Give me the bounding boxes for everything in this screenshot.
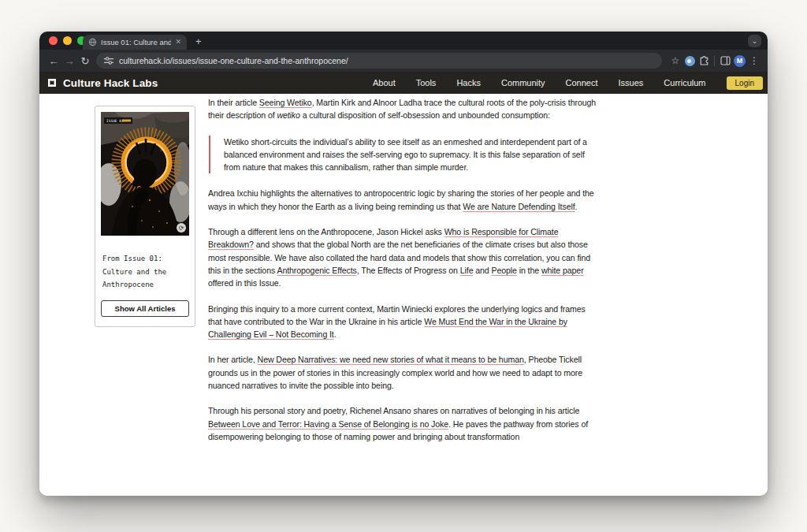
- issue-caption-line: From Issue 01:: [102, 252, 189, 266]
- article-paragraph: In their article Seeing Wetiko, Martin K…: [208, 96, 597, 122]
- site-header: Culture Hack Labs AboutToolsHacksCommuni…: [39, 72, 768, 94]
- cover-artwork: ISSUE 01 ⟳: [101, 112, 189, 236]
- nav-item-hacks[interactable]: Hacks: [456, 78, 481, 87]
- tab-title: Issue 01: Culture and the Ant: [101, 38, 171, 47]
- article-link[interactable]: Seeing Wetiko: [259, 98, 312, 107]
- browser-toolbar: ← → ↻ culturehack.io/issues/issue-one-cu…: [39, 50, 768, 72]
- article-paragraph: Bringing this inquiry to a more current …: [208, 303, 597, 341]
- nav-item-connect[interactable]: Connect: [566, 78, 598, 87]
- svg-text:⟳: ⟳: [179, 225, 184, 232]
- text-run: .: [334, 329, 337, 339]
- address-bar[interactable]: culturehack.io/issues/issue-one-culture-…: [96, 53, 662, 69]
- issue-caption: From Issue 01:Culture and theAnthropocen…: [101, 252, 189, 292]
- blue-extension-badge: [685, 56, 695, 66]
- text-run: In their article: [208, 98, 259, 107]
- issue-cover-art[interactable]: ISSUE 01 ⟳: [101, 112, 189, 236]
- new-tab-button[interactable]: +: [195, 35, 202, 49]
- site-brand-label: Culture Hack Labs: [63, 77, 158, 89]
- text-run: a cultural disposition of self-obsession…: [300, 110, 550, 120]
- article-link[interactable]: white paper: [541, 266, 584, 275]
- chevron-down-icon: ⌄: [752, 37, 758, 45]
- text-run: Through his personal story and poetry, R…: [208, 406, 579, 415]
- toolbar-divider: [714, 56, 715, 66]
- text-run: Through a different lens on the Anthropo…: [208, 227, 444, 236]
- tab-favicon-globe-icon: [88, 38, 97, 47]
- desktop-background: Issue 01: Culture and the Ant ✕ + ⌄ ← → …: [0, 0, 807, 532]
- text-run: offered in this Issue.: [208, 278, 281, 288]
- extensions-puzzle-icon[interactable]: [697, 56, 711, 66]
- article-paragraph: Through a different lens on the Anthropo…: [208, 225, 597, 289]
- url-text[interactable]: culturehack.io/issues/issue-one-culture-…: [119, 56, 348, 65]
- forward-button[interactable]: →: [61, 55, 77, 67]
- tab-search-button[interactable]: ⌄: [748, 35, 761, 47]
- pinned-extension-icon[interactable]: [682, 56, 697, 66]
- window-controls: [49, 36, 86, 45]
- show-all-articles-button[interactable]: Show All Articles: [101, 300, 189, 317]
- back-button[interactable]: ←: [46, 55, 61, 67]
- article-blockquote: Wetiko short-circuits the individual’s a…: [209, 136, 597, 174]
- article-paragraph: In her article, New Deep Narratives: we …: [208, 353, 597, 392]
- reload-button[interactable]: ↻: [77, 55, 93, 67]
- article-paragraph: Through his personal story and poetry, R…: [208, 404, 597, 443]
- nav-item-issues[interactable]: Issues: [619, 78, 644, 87]
- article-paragraph: Andrea Ixchiu highlights the alternative…: [208, 187, 597, 213]
- cover-refresh-icon[interactable]: ⟳: [177, 223, 186, 233]
- nav-item-tools[interactable]: Tools: [416, 78, 437, 87]
- side-panel-icon[interactable]: [718, 56, 732, 65]
- nav-item-community[interactable]: Community: [501, 78, 545, 87]
- site-brand[interactable]: Culture Hack Labs: [46, 77, 158, 89]
- browser-tab[interactable]: Issue 01: Culture and the Ant ✕: [83, 35, 187, 50]
- browser-window: Issue 01: Culture and the Ant ✕ + ⌄ ← → …: [39, 32, 768, 496]
- article-link[interactable]: Between Love and Terror: Having a Sense …: [208, 419, 448, 429]
- close-window-button[interactable]: [49, 36, 58, 45]
- issue-caption-line: Culture and the: [102, 266, 189, 279]
- article-link[interactable]: People: [492, 266, 517, 275]
- tab-close-icon[interactable]: ✕: [175, 39, 181, 46]
- text-run: In her article,: [208, 355, 258, 364]
- cover-badge-text: ISSUE 01: [106, 119, 124, 123]
- browser-menu-dots-icon[interactable]: ⋮: [747, 55, 761, 66]
- article-body: In their article Seeing Wetiko, Martin K…: [208, 96, 597, 456]
- culture-hack-labs-logo-icon: [46, 77, 58, 88]
- issue-card: ISSUE 01 ⟳ From Issue 01:Culture and the…: [95, 106, 195, 327]
- nav-item-curriculum[interactable]: Curriculum: [664, 78, 705, 87]
- issue-caption-line: Anthropocene: [102, 278, 189, 292]
- site-nav: AboutToolsHacksCommunityConnectIssuesCur…: [373, 78, 706, 87]
- minimize-window-button[interactable]: [63, 36, 72, 45]
- text-run: , The Effects of Progress on: [357, 266, 460, 275]
- article-link[interactable]: We are Nature Defending Itself: [463, 202, 575, 211]
- page-content: ISSUE 01 ⟳ From Issue 01:Culture and the…: [39, 94, 768, 496]
- profile-avatar[interactable]: M: [734, 55, 746, 67]
- text-run: Wetiko short-circuits the individual’s a…: [224, 137, 587, 173]
- emphasis-text: wetiko: [277, 110, 299, 120]
- text-run: and: [473, 266, 491, 275]
- site-settings-tune-icon[interactable]: [104, 57, 113, 65]
- nav-item-about[interactable]: About: [373, 78, 396, 87]
- article-link[interactable]: Anthropogenic Effects: [277, 266, 356, 275]
- article-link[interactable]: Life: [460, 266, 474, 275]
- login-button[interactable]: Login: [727, 76, 763, 90]
- text-run: in the: [517, 266, 541, 275]
- article-link[interactable]: New Deep Narratives: we need new stories…: [258, 355, 524, 364]
- bookmark-star-icon[interactable]: ☆: [668, 55, 682, 66]
- tab-strip: Issue 01: Culture and the Ant ✕ + ⌄: [39, 32, 768, 50]
- text-run: .: [575, 202, 578, 211]
